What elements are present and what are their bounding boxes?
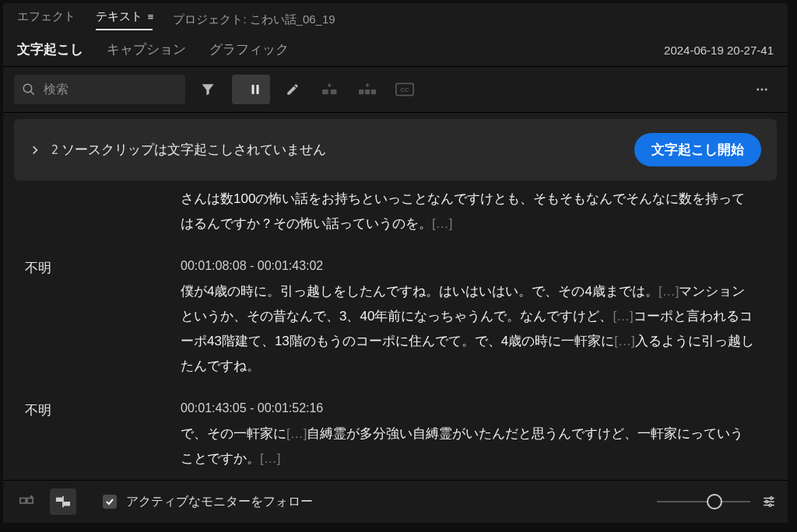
zoom-slider[interactable] xyxy=(657,501,750,502)
ellipsis-marker: […] xyxy=(614,334,634,348)
tab-text[interactable]: テキスト ≡ xyxy=(96,9,153,30)
project-name: こわい話_06_19 xyxy=(250,12,335,27)
banner-message: 2ソースクリップは文字起こしされていません xyxy=(51,141,326,159)
pause-bars-icon xyxy=(248,82,262,96)
transcript-segment[interactable]: さんは数100の怖い話をお持ちといっことなんですけとも、そもそもなんでそんなに数… xyxy=(25,187,757,237)
zoom-control xyxy=(657,495,777,509)
ellipsis-marker: […] xyxy=(432,216,452,231)
ellipsis-icon xyxy=(754,82,770,96)
svg-line-1 xyxy=(30,91,34,95)
chevron-right-icon[interactable] xyxy=(30,145,40,156)
project-prefix: プロジェクト: xyxy=(173,12,246,27)
filter-button[interactable] xyxy=(193,75,223,104)
top-tab-bar: エフェクト テキスト ≡ プロジェクト: こわい話_06_19 xyxy=(3,3,788,30)
svg-rect-2 xyxy=(252,85,255,94)
svg-rect-6 xyxy=(359,89,363,94)
speaker-label[interactable]: 不明 xyxy=(25,259,181,380)
ellipsis-marker: […] xyxy=(658,284,679,299)
footer-tool-b[interactable] xyxy=(50,488,76,515)
project-label[interactable]: プロジェクト: こわい話_06_19 xyxy=(173,12,335,27)
panel-footer: アクティブなモニターをフォロー xyxy=(3,480,788,523)
svg-point-11 xyxy=(757,89,759,91)
segment-text[interactable]: 僕が4歳の時に。引っ越しをしたんですね。はいはいはい。で、その4歳までは。[…]… xyxy=(181,279,757,380)
sub-tab-bar: 文字起こし キャプション グラフィック 2024-06-19 20-27-41 xyxy=(3,30,788,67)
svg-text:CC: CC xyxy=(400,86,409,93)
svg-point-23 xyxy=(769,504,771,506)
search-input-wrapper[interactable] xyxy=(14,75,185,104)
svg-rect-5 xyxy=(331,89,337,94)
svg-point-0 xyxy=(23,84,32,93)
svg-rect-15 xyxy=(27,498,33,502)
insert-clip-icon xyxy=(322,82,338,96)
align-icon xyxy=(54,494,72,509)
overwrite-clip-button[interactable] xyxy=(353,75,382,104)
sequence-timestamp: 2024-06-19 20-27-41 xyxy=(664,44,774,57)
ellipsis-marker: […] xyxy=(613,309,633,324)
svg-rect-7 xyxy=(365,89,370,94)
svg-point-19 xyxy=(771,497,773,499)
overwrite-clip-icon xyxy=(359,82,376,96)
tab-effect[interactable]: エフェクト xyxy=(17,9,75,30)
pencil-icon xyxy=(286,82,300,96)
svg-rect-17 xyxy=(65,502,69,506)
toolbar: CC xyxy=(3,67,788,113)
segment-text[interactable]: で、その一軒家に[…]自縛霊が多分強い自縛霊がいたんだと思うんですけど、一軒家に… xyxy=(181,422,757,472)
search-input[interactable] xyxy=(42,82,177,97)
more-options-button[interactable] xyxy=(747,75,777,104)
edit-button[interactable] xyxy=(278,75,307,104)
svg-rect-14 xyxy=(20,498,26,502)
svg-point-13 xyxy=(765,89,767,91)
transcript-segment[interactable]: 不明 00:01:08:08 - 00:01:43:02 僕が4歳の時に。引っ越… xyxy=(25,259,757,380)
tab-text-label: テキスト xyxy=(96,9,142,23)
cc-button[interactable]: CC xyxy=(390,75,420,104)
pause-markers-button[interactable] xyxy=(232,75,270,104)
transcript-list[interactable]: さんは数100の怖い話をお持ちといっことなんですけとも、そもそもなんでそんなに数… xyxy=(3,187,788,523)
segment-text[interactable]: さんは数100の怖い話をお持ちといっことなんですけとも、そもそもなんでそんなに数… xyxy=(181,187,757,237)
svg-rect-3 xyxy=(257,85,259,94)
svg-rect-4 xyxy=(322,89,328,94)
start-transcription-button[interactable]: 文字起こし開始 xyxy=(634,133,761,166)
cc-icon: CC xyxy=(395,82,414,96)
funnel-icon xyxy=(200,82,216,97)
untranscribed-banner: 2ソースクリップは文字起こしされていません 文字起こし開始 xyxy=(14,119,777,180)
follow-monitor-label: アクティブなモニターをフォロー xyxy=(126,494,313,510)
ellipsis-marker: […] xyxy=(260,451,280,466)
grid-plus-icon xyxy=(19,494,36,509)
sliders-icon[interactable] xyxy=(761,495,777,509)
svg-point-21 xyxy=(766,501,768,503)
banner-count: 2 xyxy=(51,143,58,157)
banner-text: ソースクリップは文字起こしされていません xyxy=(61,142,326,157)
svg-point-12 xyxy=(761,89,764,91)
speaker-label xyxy=(25,187,181,237)
follow-monitor-checkbox[interactable] xyxy=(103,495,117,509)
ellipsis-marker: […] xyxy=(286,426,307,441)
segment-timecode[interactable]: 00:01:43:05 - 00:01:52:16 xyxy=(181,401,757,415)
segment-timecode[interactable]: 00:01:08:08 - 00:01:43:02 xyxy=(181,259,757,273)
insert-clip-button[interactable] xyxy=(315,75,345,104)
zoom-thumb[interactable] xyxy=(707,494,722,509)
check-icon xyxy=(105,497,114,506)
svg-rect-8 xyxy=(371,89,376,94)
transcript-segment[interactable]: 不明 00:01:43:05 - 00:01:52:16 で、その一軒家に[…]… xyxy=(25,401,757,472)
svg-rect-16 xyxy=(57,498,61,501)
footer-tool-a[interactable] xyxy=(14,488,40,515)
subtab-caption[interactable]: キャプション xyxy=(107,41,186,58)
speaker-label[interactable]: 不明 xyxy=(25,401,181,472)
subtab-transcript[interactable]: 文字起こし xyxy=(17,41,83,58)
search-icon xyxy=(22,82,36,96)
subtab-graphic[interactable]: グラフィック xyxy=(209,41,289,58)
hamburger-icon[interactable]: ≡ xyxy=(146,11,153,23)
